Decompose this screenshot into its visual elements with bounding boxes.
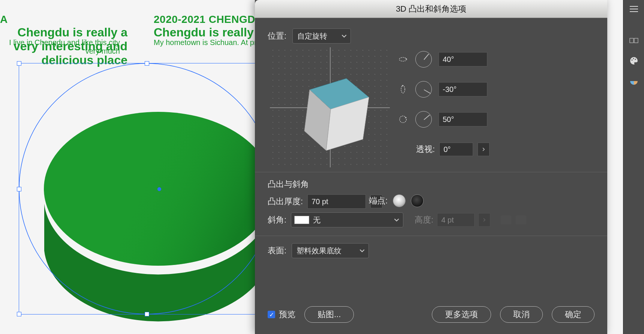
chevron-down-icon	[394, 217, 399, 223]
svg-rect-9	[630, 38, 634, 43]
chevron-down-icon	[359, 248, 365, 253]
map-art-button[interactable]: 贴图...	[304, 306, 354, 323]
bevel-extent-out-icon	[516, 215, 526, 224]
svg-point-12	[633, 58, 634, 59]
bevel-select-value: 无	[313, 215, 321, 225]
divider	[255, 236, 607, 236]
position-select-value: 自定旋转	[297, 31, 327, 41]
panel-tab-icon[interactable]	[629, 35, 639, 46]
rotate-z-knob[interactable]	[415, 111, 432, 128]
rotate-x-input[interactable]: 40°	[439, 52, 487, 66]
palette-icon[interactable]	[629, 56, 639, 66]
rotate-y-input[interactable]: -30°	[439, 82, 487, 96]
rotate-z-input[interactable]: 50°	[439, 112, 487, 126]
rotation-preview-cube	[290, 68, 376, 154]
bevel-label: 斜角:	[268, 214, 286, 226]
surface-label: 表面:	[268, 245, 286, 256]
rotate-x-knob[interactable]	[415, 51, 432, 68]
bevel-height-label: 高度:	[415, 214, 433, 226]
cap-label: 端点:	[369, 195, 388, 206]
svg-point-13	[635, 59, 636, 60]
canvas-body-1: I live in Chengdu and like this city ver…	[0, 38, 120, 56]
section-extrude-bevel: 凸出与斜角	[268, 179, 309, 190]
bevel-height-stepper	[478, 213, 490, 227]
svg-point-8	[400, 116, 406, 123]
rotate-x-icon	[397, 56, 409, 63]
swatch-icon[interactable]	[629, 76, 639, 86]
perspective-label: 透视:	[416, 144, 435, 155]
canvas-artwork[interactable]	[19, 63, 274, 314]
dialog-3d-extrude-bevel: 3D 凸出和斜角选项 位置: 自定旋转 40°	[255, 0, 607, 334]
divider	[255, 172, 607, 172]
perspective-input[interactable]: 0°	[439, 143, 473, 156]
canvas-heading-1-title: A	[0, 14, 7, 26]
menu-icon[interactable]	[629, 4, 639, 14]
preview-checkbox[interactable]: ✓ 预览	[268, 309, 295, 320]
surface-select[interactable]: 塑料效果底纹	[292, 243, 369, 258]
cap-off-button[interactable]	[411, 194, 424, 207]
rotation-trackball[interactable]	[270, 47, 390, 167]
bevel-swatch	[294, 216, 309, 224]
rotate-y-icon	[397, 85, 409, 94]
svg-rect-10	[634, 38, 638, 43]
preview-label: 预览	[279, 309, 295, 320]
bevel-height-group: 高度: 4 pt	[415, 213, 526, 227]
ok-button[interactable]: 确定	[552, 306, 595, 323]
cancel-button[interactable]: 取消	[500, 306, 543, 323]
selection-center-point	[157, 187, 161, 191]
position-label: 位置:	[268, 30, 286, 42]
extrude-depth-label: 凸出厚度:	[268, 196, 303, 207]
canvas-body-2: My hometown is Sichuan. At pres	[154, 38, 265, 47]
right-panel-dock	[623, 0, 644, 334]
rotate-y-knob[interactable]	[415, 81, 432, 98]
bevel-select[interactable]: 无	[291, 212, 403, 227]
cap-on-button[interactable]	[393, 194, 406, 207]
position-select[interactable]: 自定旋转	[292, 29, 351, 44]
extrude-depth-input[interactable]: 70 pt	[307, 194, 366, 209]
bevel-extent-in-icon	[501, 215, 511, 224]
svg-point-11	[631, 60, 632, 61]
bevel-height-input: 4 pt	[437, 213, 475, 227]
rotate-z-icon	[397, 115, 409, 124]
surface-select-value: 塑料效果底纹	[297, 246, 341, 256]
perspective-stepper[interactable]	[478, 143, 490, 156]
chevron-down-icon	[341, 33, 347, 39]
check-icon: ✓	[268, 311, 275, 318]
more-options-button[interactable]: 更多选项	[432, 306, 491, 323]
dialog-title: 3D 凸出和斜角选项	[255, 0, 607, 18]
